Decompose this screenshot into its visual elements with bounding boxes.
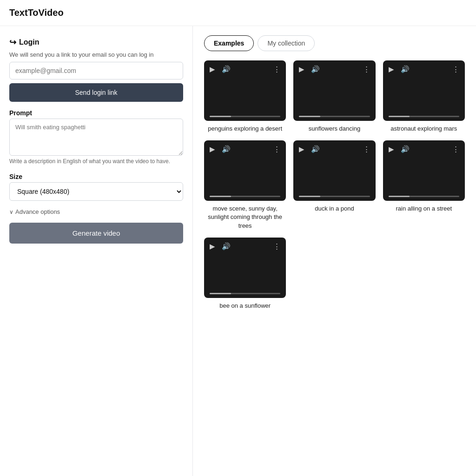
video-label-7: bee on a sunflower [204,302,286,310]
video-controls-2: ▶ 🔊 ⋮ [299,65,370,73]
video-card-5: ▶ 🔊 ⋮ duck in a pond [293,140,375,230]
volume-icon-5[interactable]: 🔊 [311,145,320,153]
login-label: Login [19,38,40,46]
advance-options-toggle[interactable]: ∨ Advance options [9,208,183,215]
video-thumb-4[interactable]: ▶ 🔊 ⋮ [204,140,286,201]
video-label-5: duck in a pond [293,205,375,213]
prompt-section: Prompt Write a description in English of… [9,109,183,165]
play-icon-1[interactable]: ▶ [210,65,215,73]
more-icon-2[interactable]: ⋮ [363,65,370,73]
progress-bar-7 [210,293,280,294]
video-card-3: ▶ 🔊 ⋮ astronaut exploring mars [383,60,465,133]
progress-fill-4 [210,196,231,197]
volume-icon-7[interactable]: 🔊 [222,242,231,251]
video-card-6: ▶ 🔊 ⋮ rain alling on a street [383,140,465,230]
video-grid: ▶ 🔊 ⋮ penguins exploring a desert ▶ 🔊 [204,60,465,310]
more-icon-3[interactable]: ⋮ [452,65,459,73]
login-section: ↪ Login We will send you a link to your … [9,37,183,102]
video-controls-7: ▶ 🔊 ⋮ [210,242,280,251]
chevron-down-icon: ∨ [9,209,13,215]
prompt-textarea[interactable] [9,119,183,156]
video-controls-4: ▶ 🔊 ⋮ [210,145,280,153]
progress-bar-2 [299,116,370,117]
video-thumb-2[interactable]: ▶ 🔊 ⋮ [293,60,375,121]
video-card-7: ▶ 🔊 ⋮ bee on a sunflower [204,238,286,310]
play-icon-7[interactable]: ▶ [210,242,215,251]
progress-bar-5 [299,196,370,197]
login-icon: ↪ [9,37,16,47]
video-thumb-1[interactable]: ▶ 🔊 ⋮ [204,60,286,121]
more-icon-7[interactable]: ⋮ [273,242,280,251]
video-card-4: ▶ 🔊 ⋮ move scene, sunny day, sunlight co… [204,140,286,230]
app-title: TextToVideo [9,7,64,18]
login-subtitle: We will send you a link to your email so… [9,51,183,58]
login-header: ↪ Login [9,37,183,47]
video-card-2: ▶ 🔊 ⋮ sunflowers dancing [293,60,375,133]
video-controls-5: ▶ 🔊 ⋮ [299,145,370,153]
progress-bar-4 [210,196,280,197]
volume-icon-3[interactable]: 🔊 [401,65,410,73]
more-icon-5[interactable]: ⋮ [363,145,370,153]
generate-video-button[interactable]: Generate video [9,223,183,244]
more-icon-1[interactable]: ⋮ [273,65,280,73]
play-icon-3[interactable]: ▶ [389,65,394,73]
more-icon-4[interactable]: ⋮ [273,145,280,153]
volume-icon-1[interactable]: 🔊 [222,65,231,73]
app-header: TextToVideo [0,0,476,26]
advance-options-label: Advance options [15,208,60,215]
video-label-6: rain alling on a street [383,205,465,213]
play-icon-6[interactable]: ▶ [389,145,394,153]
video-controls-3: ▶ 🔊 ⋮ [389,65,459,73]
progress-fill-6 [389,196,410,197]
video-thumb-5[interactable]: ▶ 🔊 ⋮ [293,140,375,201]
video-thumb-3[interactable]: ▶ 🔊 ⋮ [383,60,465,121]
tab-examples[interactable]: Examples [204,35,254,51]
prompt-label: Prompt [9,109,183,117]
email-input[interactable] [9,62,183,79]
progress-fill-1 [210,116,231,117]
main-content: Examples My collection ▶ 🔊 ⋮ penguins ex… [193,26,476,476]
progress-fill-7 [210,293,231,294]
progress-fill-2 [299,116,320,117]
video-thumb-7[interactable]: ▶ 🔊 ⋮ [204,238,286,298]
video-card-1: ▶ 🔊 ⋮ penguins exploring a desert [204,60,286,133]
volume-icon-2[interactable]: 🔊 [311,65,320,73]
send-login-button[interactable]: Send login link [9,83,183,102]
size-section: Size Square (480x480) Landscape (640x480… [9,173,183,201]
video-label-1: penguins exploring a desert [204,125,286,133]
tab-my-collection[interactable]: My collection [258,35,315,51]
volume-icon-4[interactable]: 🔊 [222,145,231,153]
more-icon-6[interactable]: ⋮ [452,145,459,153]
tabs-row: Examples My collection [204,35,465,51]
size-label: Size [9,173,183,180]
sidebar: ↪ Login We will send you a link to your … [0,26,193,476]
video-thumb-6[interactable]: ▶ 🔊 ⋮ [383,140,465,201]
video-label-3: astronaut exploring mars [383,125,465,133]
video-label-2: sunflowers dancing [293,125,375,133]
volume-icon-6[interactable]: 🔊 [401,145,410,153]
video-controls-6: ▶ 🔊 ⋮ [389,145,459,153]
prompt-hint: Write a description in English of what y… [9,157,183,165]
progress-fill-3 [389,116,410,117]
progress-bar-6 [389,196,459,197]
play-icon-5[interactable]: ▶ [299,145,304,153]
video-controls-1: ▶ 🔊 ⋮ [210,65,280,73]
play-icon-2[interactable]: ▶ [299,65,304,73]
video-label-4: move scene, sunny day, sunlight coming t… [204,205,286,230]
size-select[interactable]: Square (480x480) Landscape (640x480) Por… [9,182,183,201]
progress-bar-1 [210,116,280,117]
progress-fill-5 [299,196,320,197]
progress-bar-3 [389,116,459,117]
play-icon-4[interactable]: ▶ [210,145,215,153]
